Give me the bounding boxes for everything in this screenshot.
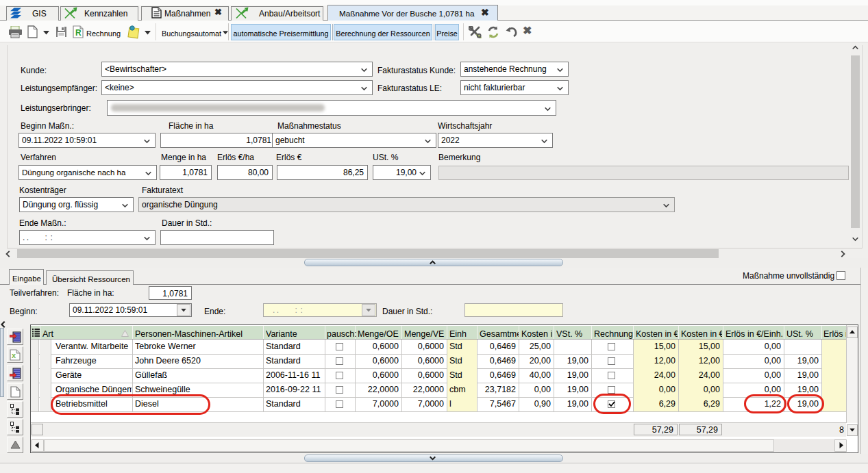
svg-text:x: x (12, 351, 16, 359)
svg-text:R: R (75, 28, 82, 38)
